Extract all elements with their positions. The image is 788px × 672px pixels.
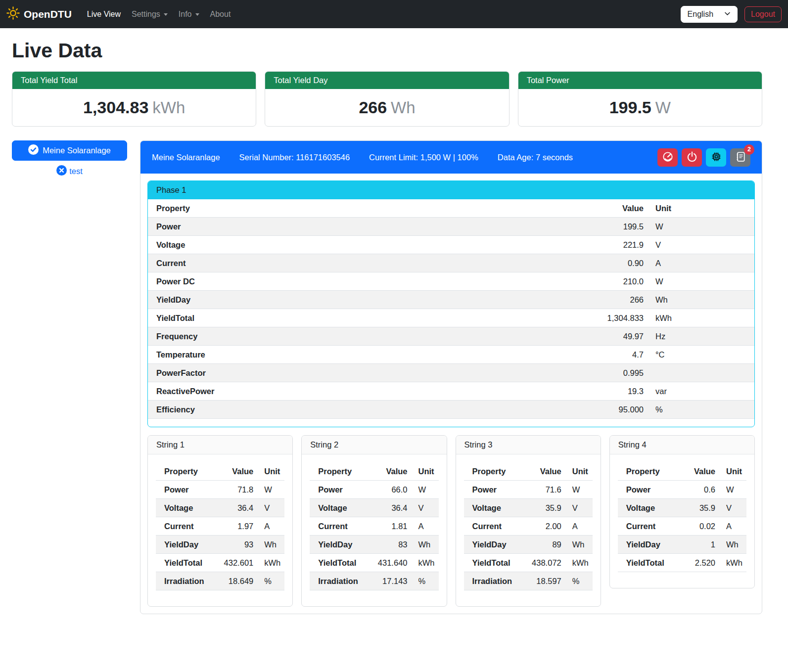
- property-cell: YieldTotal: [148, 309, 589, 327]
- language-select[interactable]: English: [681, 6, 738, 23]
- unit-cell: %: [412, 572, 439, 590]
- value-cell: 36.4: [212, 499, 257, 517]
- table-row: YieldTotal1,304.833kWh: [148, 309, 754, 327]
- value-cell: 71.6: [520, 481, 565, 499]
- property-cell: Irradiation: [464, 572, 520, 590]
- table-row: Temperature4.7°C: [148, 346, 754, 364]
- value-cell: 66.0: [366, 481, 412, 499]
- unit-cell: kWh: [257, 554, 284, 572]
- property-cell: Current: [148, 254, 589, 272]
- value-cell: 0.995: [589, 364, 648, 382]
- table-row: Frequency49.97Hz: [148, 327, 754, 346]
- table-header-row: Property Value Unit: [148, 199, 754, 218]
- unit-cell: W: [648, 218, 754, 236]
- property-cell: Voltage: [156, 499, 212, 517]
- table-row: ReactivePower19.3var: [148, 382, 754, 401]
- table-header-row: Property Value Unit: [156, 462, 284, 481]
- value-cell: 1.81: [366, 517, 412, 536]
- nav-item-label: Live View: [87, 10, 121, 19]
- language-value: English: [688, 10, 713, 19]
- power-button[interactable]: [682, 148, 702, 167]
- limit-settings-button[interactable]: [657, 148, 678, 167]
- property-cell: YieldDay: [148, 291, 589, 309]
- card-unit: Wh: [391, 98, 416, 117]
- unit-cell: V: [719, 499, 746, 517]
- property-cell: YieldTotal: [618, 554, 674, 572]
- nav-item-info[interactable]: Info: [173, 6, 205, 23]
- inverter-button-selected[interactable]: Meine Solaranlage: [12, 140, 127, 161]
- x-circle-icon: [56, 165, 67, 178]
- property-cell: ReactivePower: [148, 382, 589, 401]
- card-title: Total Power: [518, 72, 762, 89]
- value-cell: 0.90: [589, 254, 648, 272]
- inverter-button-test[interactable]: test: [12, 165, 127, 178]
- property-cell: Power: [464, 481, 520, 499]
- property-cell: YieldDay: [156, 536, 212, 554]
- value-cell: 35.9: [674, 499, 719, 517]
- table-row: Irradiation18.649%: [156, 572, 284, 590]
- navbar: OpenDTU Live View Settings Info About En…: [0, 0, 788, 28]
- unit-cell: Wh: [648, 291, 754, 309]
- property-cell: Current: [156, 517, 212, 536]
- nav-item-label: Settings: [132, 10, 160, 19]
- table-row: Power DC210.0W: [148, 272, 754, 291]
- table-row: Power71.6W: [464, 481, 593, 499]
- col-value: Value: [520, 462, 565, 481]
- string-title: String 1: [148, 436, 292, 454]
- property-cell: YieldTotal: [464, 554, 520, 572]
- value-cell: 4.7: [589, 346, 648, 364]
- nav-item-settings[interactable]: Settings: [126, 6, 173, 23]
- nav-item-label: About: [210, 10, 231, 19]
- property-cell: Irradiation: [310, 572, 366, 590]
- unit-cell: %: [648, 401, 754, 419]
- unit-cell: Wh: [719, 536, 746, 554]
- strings-row: String 1 Property Value Unit: [147, 435, 755, 607]
- string-2-card: String 2 Property Value Unit: [301, 435, 447, 607]
- card-total-yield-day: Total Yield Day 266Wh: [265, 71, 509, 127]
- unit-cell: kWh: [719, 554, 746, 572]
- unit-cell: W: [719, 481, 746, 499]
- property-cell: Voltage: [310, 499, 366, 517]
- property-cell: YieldDay: [464, 536, 520, 554]
- inverter-serial: Serial Number: 116171603546: [239, 153, 350, 162]
- col-property: Property: [310, 462, 366, 481]
- string-4-card: String 4 Property Value Unit: [609, 435, 755, 588]
- value-cell: 266: [589, 291, 648, 309]
- col-unit: Unit: [719, 462, 746, 481]
- brand[interactable]: OpenDTU: [6, 6, 72, 22]
- unit-cell: var: [648, 382, 754, 401]
- value-cell: 221.9: [589, 236, 648, 254]
- unit-cell: kWh: [565, 554, 593, 572]
- string-1-card: String 1 Property Value Unit: [147, 435, 293, 607]
- nav-item-about[interactable]: About: [205, 6, 236, 23]
- table-row: PowerFactor0.995: [148, 364, 754, 382]
- unit-cell: A: [719, 517, 746, 536]
- property-cell: YieldDay: [618, 536, 674, 554]
- card-value: 199.5: [609, 98, 651, 117]
- table-row: Voltage36.4V: [156, 499, 284, 517]
- value-cell: 431.640: [366, 554, 412, 572]
- event-log-button[interactable]: 2: [730, 148, 750, 167]
- nav-links: Live View Settings Info About: [82, 6, 236, 23]
- property-cell: Power DC: [148, 272, 589, 291]
- card-value: 266: [359, 98, 387, 117]
- nav-item-live-view[interactable]: Live View: [82, 6, 126, 23]
- journal-icon: [735, 151, 746, 164]
- string-3-card: String 3 Property Value Unit: [456, 435, 601, 607]
- card-body: 266Wh: [265, 89, 509, 126]
- col-value: Value: [366, 462, 412, 481]
- card-body: 199.5W: [518, 89, 762, 126]
- logout-button[interactable]: Logout: [744, 6, 782, 22]
- table-row: Power199.5W: [148, 218, 754, 236]
- table-row: Irradiation17.143%: [310, 572, 438, 590]
- property-cell: Current: [310, 517, 366, 536]
- card-unit: kWh: [152, 98, 185, 117]
- card-unit: W: [655, 98, 671, 117]
- table-row: Voltage221.9V: [148, 236, 754, 254]
- card-value: 1,304.83: [83, 98, 148, 117]
- unit-cell: W: [565, 481, 593, 499]
- value-cell: 36.4: [366, 499, 412, 517]
- chevron-down-icon: [195, 13, 199, 16]
- device-info-button[interactable]: [706, 148, 726, 167]
- col-unit: Unit: [565, 462, 593, 481]
